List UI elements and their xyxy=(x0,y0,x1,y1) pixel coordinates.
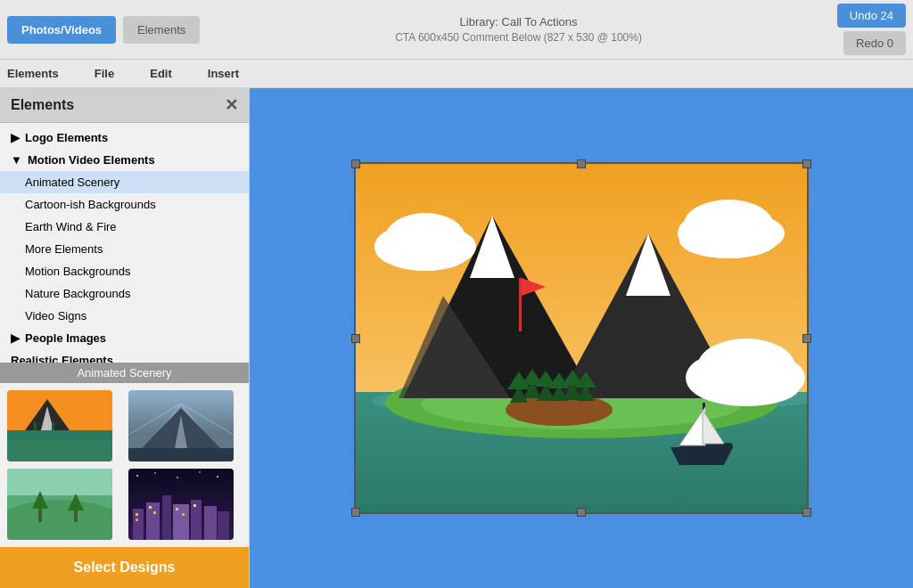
undo-redo-group: Undo 24 Redo 0 xyxy=(837,4,906,55)
svg-rect-6 xyxy=(7,439,112,461)
svg-point-27 xyxy=(217,476,218,478)
thumbnail-4[interactable] xyxy=(128,469,234,540)
sidebar-item-label: More Elements xyxy=(25,242,103,256)
section-label: Animated Scenery xyxy=(0,363,249,383)
svg-point-74 xyxy=(381,235,470,271)
svg-point-25 xyxy=(177,477,178,478)
svg-rect-29 xyxy=(146,502,160,540)
sidebar-close-button[interactable]: ✕ xyxy=(225,95,238,115)
thumbnail-1[interactable] xyxy=(7,390,112,461)
svg-rect-40 xyxy=(182,513,185,516)
undo-button[interactable]: Undo 24 xyxy=(837,4,906,28)
svg-rect-34 xyxy=(218,511,229,540)
svg-point-23 xyxy=(136,475,138,477)
svg-rect-69 xyxy=(519,278,522,331)
svg-rect-41 xyxy=(193,504,196,507)
svg-rect-4 xyxy=(34,422,37,430)
arrow-icon: ▶ xyxy=(11,331,20,345)
sidebar-item-more-elements[interactable]: More Elements xyxy=(0,238,249,260)
sidebar-item-label: Cartoon-ish Backgrounds xyxy=(25,198,156,211)
svg-rect-36 xyxy=(136,519,138,521)
svg-rect-31 xyxy=(173,504,189,540)
insert-menu[interactable]: Insert xyxy=(208,67,239,80)
thumbnail-2[interactable] xyxy=(128,390,234,461)
sidebar-tree: ▶ Logo Elements ▼ Motion Video Elements … xyxy=(0,123,249,363)
svg-rect-35 xyxy=(136,513,138,516)
sidebar-item-label: Video Signs xyxy=(25,309,86,323)
select-designs-button[interactable]: Select Designs xyxy=(0,547,249,588)
svg-rect-30 xyxy=(162,495,171,540)
sidebar-item-people-images[interactable]: ▶ People Images xyxy=(0,327,249,349)
svg-rect-14 xyxy=(128,448,234,461)
scene-illustration xyxy=(354,162,809,514)
sidebar-item-cartoon-ish-backgrounds[interactable]: Cartoon-ish Backgrounds xyxy=(0,193,249,216)
sidebar-title: Elements xyxy=(11,97,74,113)
scene-wrapper xyxy=(354,162,809,514)
sidebar-item-motion-video-elements[interactable]: ▼ Motion Video Elements xyxy=(0,149,249,171)
sidebar-item-logo-elements[interactable]: ▶ Logo Elements xyxy=(0,127,249,149)
sidebar-item-label: Nature Backgrounds xyxy=(25,287,131,300)
secondary-toolbar: Elements File Edit Insert xyxy=(0,60,913,88)
svg-point-24 xyxy=(154,472,156,474)
sidebar: Elements ✕ ▶ Logo Elements ▼ Motion Vide… xyxy=(0,88,250,588)
sidebar-item-earth-wind-fire[interactable]: Earth Wind & Fire xyxy=(0,216,249,238)
sidebar-item-label: Motion Backgrounds xyxy=(25,265,131,278)
sidebar-item-nature-backgrounds[interactable]: Nature Backgrounds xyxy=(0,282,249,305)
sidebar-item-label: Motion Video Elements xyxy=(28,153,155,167)
library-name: Library: Call To Actions xyxy=(207,14,830,30)
svg-rect-37 xyxy=(149,506,152,509)
file-menu[interactable]: File xyxy=(95,67,114,80)
svg-point-82 xyxy=(693,367,800,406)
library-info-detail: CTA 600x450 Comment Below (827 x 530 @ 1… xyxy=(207,30,830,45)
top-toolbar: Photos/Videos Elements Library: Call To … xyxy=(0,0,913,60)
elements-sec-label[interactable]: Elements xyxy=(7,67,59,80)
sidebar-item-label: Earth Wind & Fire xyxy=(25,220,117,233)
sidebar-item-label: People Images xyxy=(25,331,106,345)
svg-rect-16 xyxy=(7,469,112,495)
arrow-icon: ▶ xyxy=(11,131,20,144)
svg-rect-38 xyxy=(153,511,156,514)
sidebar-item-label: Realistic Elements xyxy=(11,354,113,363)
svg-point-78 xyxy=(679,223,777,258)
edit-menu[interactable]: Edit xyxy=(150,67,172,80)
svg-point-17 xyxy=(7,500,112,540)
svg-marker-84 xyxy=(670,447,733,465)
main-area: Elements ✕ ▶ Logo Elements ▼ Motion Vide… xyxy=(0,88,913,588)
sidebar-item-label: Animated Scenery xyxy=(25,176,119,189)
elements-button[interactable]: Elements xyxy=(123,16,200,44)
svg-rect-33 xyxy=(204,506,217,540)
library-info: Library: Call To Actions CTA 600x450 Com… xyxy=(207,14,830,45)
photos-videos-button[interactable]: Photos/Videos xyxy=(7,16,116,44)
sidebar-item-animated-scenery[interactable]: Animated Scenery xyxy=(0,171,249,193)
sidebar-item-realistic-elements[interactable]: Realistic Elements xyxy=(0,349,249,363)
sidebar-header: Elements ✕ xyxy=(0,88,249,123)
sidebar-item-label: Logo Elements xyxy=(25,131,108,144)
canvas-area xyxy=(250,88,913,588)
svg-rect-5 xyxy=(52,422,54,430)
sidebar-item-video-signs[interactable]: Video Signs xyxy=(0,305,249,327)
svg-rect-39 xyxy=(176,508,178,510)
svg-point-26 xyxy=(199,471,201,473)
redo-button[interactable]: Redo 0 xyxy=(843,31,906,55)
sidebar-item-motion-backgrounds[interactable]: Motion Backgrounds xyxy=(0,260,249,282)
arrow-icon: ▼ xyxy=(11,153,22,167)
thumbnail-grid xyxy=(0,383,249,547)
thumbnail-3[interactable] xyxy=(7,469,112,540)
